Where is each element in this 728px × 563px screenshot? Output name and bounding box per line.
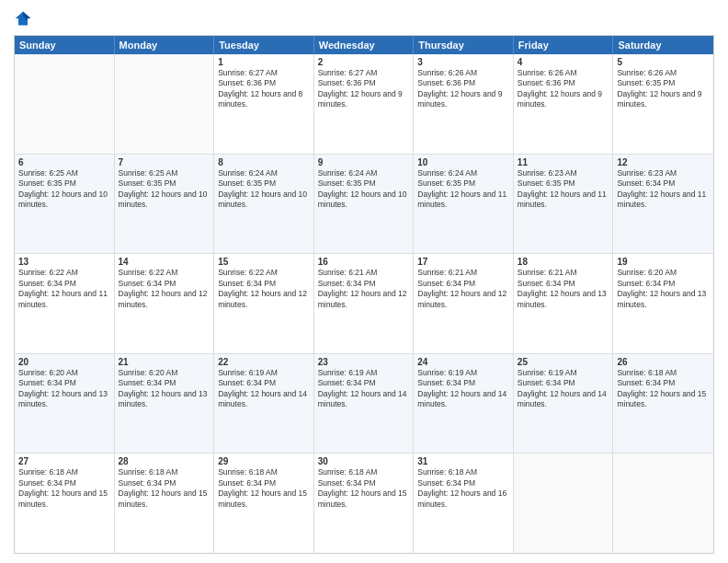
header-day-sunday: Sunday — [15, 36, 115, 54]
day-info: Sunrise: 6:25 AM Sunset: 6:35 PM Dayligh… — [119, 168, 210, 211]
day-info: Sunrise: 6:18 AM Sunset: 6:34 PM Dayligh… — [119, 467, 210, 510]
day-info: Sunrise: 6:19 AM Sunset: 6:34 PM Dayligh… — [218, 368, 310, 410]
day-info: Sunrise: 6:26 AM Sunset: 6:35 PM Dayligh… — [617, 68, 710, 110]
day-info: Sunrise: 6:24 AM Sunset: 6:35 PM Dayligh… — [417, 168, 509, 211]
day-info: Sunrise: 6:21 AM Sunset: 6:34 PM Dayligh… — [318, 268, 410, 310]
day-info: Sunrise: 6:18 AM Sunset: 6:34 PM Dayligh… — [318, 467, 410, 510]
day-cell-24: 24Sunrise: 6:19 AM Sunset: 6:34 PM Dayli… — [414, 354, 514, 454]
day-cell-5: 5Sunrise: 6:26 AM Sunset: 6:35 PM Daylig… — [613, 54, 713, 154]
day-info: Sunrise: 6:19 AM Sunset: 6:34 PM Dayligh… — [318, 368, 410, 410]
day-cell-13: 13Sunrise: 6:22 AM Sunset: 6:34 PM Dayli… — [15, 254, 115, 353]
day-number: 12 — [617, 157, 710, 167]
day-number: 28 — [119, 456, 210, 466]
day-cell-1: 1Sunrise: 6:27 AM Sunset: 6:36 PM Daylig… — [214, 54, 314, 154]
day-number: 11 — [518, 157, 609, 167]
day-cell-4: 4Sunrise: 6:26 AM Sunset: 6:36 PM Daylig… — [514, 54, 614, 154]
day-number: 17 — [417, 257, 509, 267]
day-info: Sunrise: 6:24 AM Sunset: 6:35 PM Dayligh… — [218, 168, 310, 211]
day-info: Sunrise: 6:20 AM Sunset: 6:34 PM Dayligh… — [18, 368, 110, 410]
day-info: Sunrise: 6:18 AM Sunset: 6:34 PM Dayligh… — [18, 467, 110, 510]
day-info: Sunrise: 6:26 AM Sunset: 6:36 PM Dayligh… — [417, 68, 509, 110]
day-cell-10: 10Sunrise: 6:24 AM Sunset: 6:35 PM Dayli… — [414, 155, 514, 254]
day-number: 31 — [417, 456, 509, 466]
logo — [14, 9, 36, 28]
day-cell-23: 23Sunrise: 6:19 AM Sunset: 6:34 PM Dayli… — [314, 354, 415, 454]
calendar-body: 1Sunrise: 6:27 AM Sunset: 6:36 PM Daylig… — [15, 54, 713, 553]
day-info: Sunrise: 6:22 AM Sunset: 6:34 PM Dayligh… — [119, 268, 210, 310]
header-day-monday: Monday — [115, 36, 215, 54]
day-number: 13 — [18, 257, 110, 267]
calendar-week-5: 27Sunrise: 6:18 AM Sunset: 6:34 PM Dayli… — [15, 454, 713, 553]
day-number: 2 — [318, 57, 410, 67]
day-number: 19 — [617, 257, 710, 267]
day-cell-18: 18Sunrise: 6:21 AM Sunset: 6:34 PM Dayli… — [514, 254, 614, 353]
day-cell-15: 15Sunrise: 6:22 AM Sunset: 6:34 PM Dayli… — [214, 254, 314, 353]
calendar-week-2: 6Sunrise: 6:25 AM Sunset: 6:35 PM Daylig… — [15, 155, 713, 255]
day-info: Sunrise: 6:21 AM Sunset: 6:34 PM Dayligh… — [417, 268, 509, 310]
header — [14, 9, 714, 28]
day-number: 26 — [617, 357, 710, 367]
day-number: 6 — [18, 157, 110, 167]
header-day-friday: Friday — [514, 36, 614, 54]
day-info: Sunrise: 6:18 AM Sunset: 6:34 PM Dayligh… — [417, 467, 509, 510]
empty-cell — [15, 54, 115, 154]
day-info: Sunrise: 6:20 AM Sunset: 6:34 PM Dayligh… — [119, 368, 210, 410]
day-cell-8: 8Sunrise: 6:24 AM Sunset: 6:35 PM Daylig… — [214, 155, 314, 254]
day-info: Sunrise: 6:21 AM Sunset: 6:34 PM Dayligh… — [518, 268, 609, 310]
calendar: SundayMondayTuesdayWednesdayThursdayFrid… — [14, 35, 714, 554]
empty-cell — [613, 454, 713, 553]
day-cell-3: 3Sunrise: 6:26 AM Sunset: 6:36 PM Daylig… — [414, 54, 514, 154]
day-info: Sunrise: 6:24 AM Sunset: 6:35 PM Dayligh… — [318, 168, 410, 211]
day-number: 15 — [218, 257, 310, 267]
day-info: Sunrise: 6:23 AM Sunset: 6:34 PM Dayligh… — [617, 168, 710, 211]
day-cell-26: 26Sunrise: 6:18 AM Sunset: 6:34 PM Dayli… — [613, 354, 713, 454]
day-info: Sunrise: 6:22 AM Sunset: 6:34 PM Dayligh… — [218, 268, 310, 310]
day-number: 21 — [119, 357, 210, 367]
header-day-tuesday: Tuesday — [214, 36, 314, 54]
day-info: Sunrise: 6:18 AM Sunset: 6:34 PM Dayligh… — [617, 368, 710, 410]
day-cell-19: 19Sunrise: 6:20 AM Sunset: 6:34 PM Dayli… — [613, 254, 713, 353]
day-number: 16 — [318, 257, 410, 267]
day-cell-6: 6Sunrise: 6:25 AM Sunset: 6:35 PM Daylig… — [15, 155, 115, 254]
day-cell-11: 11Sunrise: 6:23 AM Sunset: 6:35 PM Dayli… — [514, 155, 614, 254]
day-number: 18 — [518, 257, 609, 267]
day-info: Sunrise: 6:25 AM Sunset: 6:35 PM Dayligh… — [18, 168, 110, 211]
header-day-saturday: Saturday — [613, 36, 713, 54]
day-number: 4 — [518, 57, 609, 67]
day-cell-14: 14Sunrise: 6:22 AM Sunset: 6:34 PM Dayli… — [115, 254, 215, 353]
empty-cell — [514, 454, 614, 553]
day-cell-16: 16Sunrise: 6:21 AM Sunset: 6:34 PM Dayli… — [314, 254, 415, 353]
day-info: Sunrise: 6:19 AM Sunset: 6:34 PM Dayligh… — [518, 368, 609, 410]
day-number: 5 — [617, 57, 710, 67]
day-number: 10 — [417, 157, 509, 167]
day-info: Sunrise: 6:23 AM Sunset: 6:35 PM Dayligh… — [518, 168, 609, 211]
day-number: 23 — [318, 357, 410, 367]
day-cell-7: 7Sunrise: 6:25 AM Sunset: 6:35 PM Daylig… — [115, 155, 215, 254]
page: SundayMondayTuesdayWednesdayThursdayFrid… — [0, 0, 728, 563]
header-day-thursday: Thursday — [414, 36, 514, 54]
day-info: Sunrise: 6:20 AM Sunset: 6:34 PM Dayligh… — [617, 268, 710, 310]
day-info: Sunrise: 6:22 AM Sunset: 6:34 PM Dayligh… — [18, 268, 110, 310]
day-cell-22: 22Sunrise: 6:19 AM Sunset: 6:34 PM Dayli… — [214, 354, 314, 454]
calendar-week-3: 13Sunrise: 6:22 AM Sunset: 6:34 PM Dayli… — [15, 254, 713, 354]
day-cell-20: 20Sunrise: 6:20 AM Sunset: 6:34 PM Dayli… — [15, 354, 115, 454]
day-cell-2: 2Sunrise: 6:27 AM Sunset: 6:36 PM Daylig… — [314, 54, 415, 154]
day-number: 1 — [218, 57, 310, 67]
day-number: 27 — [18, 456, 110, 466]
day-number: 29 — [218, 456, 310, 466]
calendar-week-4: 20Sunrise: 6:20 AM Sunset: 6:34 PM Dayli… — [15, 354, 713, 454]
day-info: Sunrise: 6:26 AM Sunset: 6:36 PM Dayligh… — [518, 68, 609, 110]
day-number: 14 — [119, 257, 210, 267]
day-cell-9: 9Sunrise: 6:24 AM Sunset: 6:35 PM Daylig… — [314, 155, 415, 254]
day-cell-12: 12Sunrise: 6:23 AM Sunset: 6:34 PM Dayli… — [613, 155, 713, 254]
day-number: 3 — [417, 57, 509, 67]
day-cell-27: 27Sunrise: 6:18 AM Sunset: 6:34 PM Dayli… — [15, 454, 115, 553]
logo-icon — [14, 9, 32, 28]
day-number: 25 — [518, 357, 609, 367]
day-info: Sunrise: 6:27 AM Sunset: 6:36 PM Dayligh… — [218, 68, 310, 110]
day-number: 24 — [417, 357, 509, 367]
day-info: Sunrise: 6:19 AM Sunset: 6:34 PM Dayligh… — [417, 368, 509, 410]
calendar-header: SundayMondayTuesdayWednesdayThursdayFrid… — [15, 36, 713, 54]
day-cell-30: 30Sunrise: 6:18 AM Sunset: 6:34 PM Dayli… — [314, 454, 415, 553]
day-cell-31: 31Sunrise: 6:18 AM Sunset: 6:34 PM Dayli… — [414, 454, 514, 553]
